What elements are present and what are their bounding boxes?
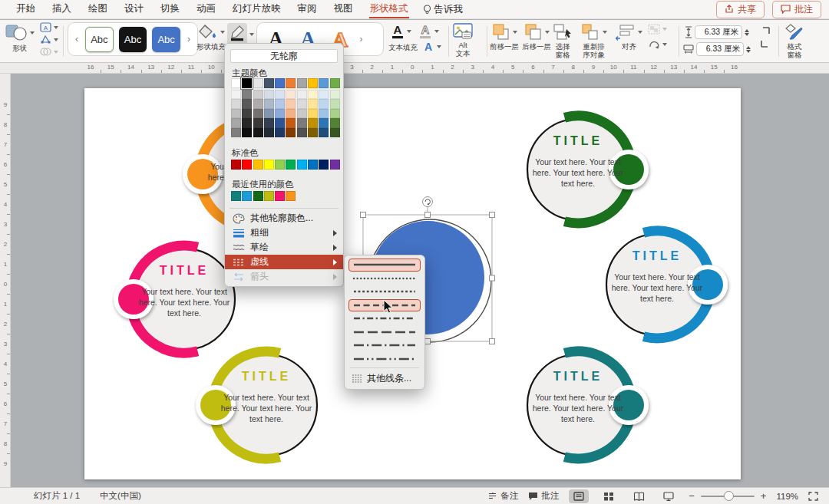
color-swatch[interactable] [319,99,329,108]
color-swatch[interactable] [242,90,252,99]
zoom-slider-thumb[interactable] [724,491,734,501]
color-swatch[interactable] [330,109,340,118]
text-fill-button[interactable]: A [391,23,411,40]
color-swatch[interactable] [264,109,274,118]
color-swatch[interactable] [275,99,285,108]
shape-fill-button[interactable]: 形状填充 [197,23,226,51]
infographic-item-teal[interactable]: TITLE Your text here. Your text here. Yo… [501,328,655,482]
color-swatch[interactable] [286,191,296,201]
shapes-button[interactable]: 形状 [5,23,35,53]
wordart-next-button[interactable]: › [358,34,365,44]
color-swatch[interactable] [242,128,252,137]
zoom-slider[interactable] [701,496,755,497]
menu-item-dashes[interactable]: 虚线 [225,255,343,269]
color-swatch[interactable] [308,99,318,108]
color-swatch[interactable] [231,160,241,170]
color-swatch[interactable] [264,160,274,170]
color-swatch[interactable] [264,90,274,99]
color-swatch[interactable] [264,78,274,88]
color-swatch[interactable] [330,78,340,88]
resize-handle-se[interactable] [490,339,495,344]
shape-height-field[interactable]: 6.33 厘米 [695,25,742,39]
color-swatch[interactable] [231,118,241,127]
color-swatch[interactable] [264,118,274,127]
more-lines-option[interactable]: 其他线条... [348,371,421,386]
menu-item-sketch[interactable]: 草绘 [225,240,343,255]
color-swatch[interactable] [253,109,263,118]
resize-handle-n[interactable] [425,212,431,218]
shape-width-field[interactable]: 6.33 厘米 [696,42,744,56]
resize-handle-e[interactable] [490,275,495,281]
slide-sorter-view-button[interactable] [599,489,619,503]
menu-tab-insert[interactable]: 插入 [44,0,80,19]
selection-pane-button[interactable]: 选择 窗格 [553,23,573,60]
color-swatch[interactable] [275,191,285,201]
color-swatch[interactable] [242,191,252,201]
menu-item-weight[interactable]: 粗细 [225,226,343,240]
color-swatch[interactable] [308,128,318,137]
gallery-next-button[interactable]: › [186,34,192,44]
color-swatch[interactable] [297,109,307,118]
color-swatch[interactable] [330,99,340,108]
color-swatch[interactable] [253,99,263,108]
normal-view-button[interactable] [569,489,589,503]
color-swatch[interactable] [253,118,263,127]
color-swatch[interactable] [286,118,296,127]
color-swatch[interactable] [253,90,263,99]
menu-tab-view[interactable]: 视图 [325,0,362,19]
color-swatch[interactable] [275,90,285,99]
zoom-in-button[interactable]: + [761,490,767,502]
format-pane-button[interactable]: 格式 窗格 [784,23,804,60]
rotation-handle[interactable] [423,197,433,207]
color-swatch[interactable] [275,160,285,170]
color-swatch[interactable] [264,191,274,201]
color-swatch[interactable] [231,99,241,108]
no-outline-option[interactable]: 无轮廓 [230,49,338,63]
reading-view-button[interactable] [629,489,649,503]
color-swatch[interactable] [297,90,307,99]
color-swatch[interactable] [242,109,252,118]
dash-option-round-dot[interactable] [348,272,421,285]
reorder-objects-button[interactable]: 重新排 序对象 [580,23,607,60]
color-swatch[interactable] [275,78,285,88]
color-swatch[interactable] [308,109,318,118]
color-swatch[interactable] [253,191,263,201]
menu-tab-tell-me[interactable]: 告诉我 [417,3,470,16]
color-swatch[interactable] [231,109,241,118]
shape-style-option-1[interactable]: Abc [85,27,114,52]
dash-option-long-dash-dot[interactable] [348,339,421,352]
menu-item-arrows[interactable]: 箭头 [225,269,343,284]
color-swatch[interactable] [275,109,285,118]
dash-option-solid[interactable] [348,259,421,272]
send-backward-button[interactable]: 后移一层 [522,23,551,51]
height-stepper[interactable] [745,29,749,36]
language-indicator[interactable]: 中文(中国) [100,490,141,502]
group-objects-button[interactable] [648,24,667,35]
rotate-button[interactable] [648,39,667,50]
color-swatch[interactable] [297,118,307,127]
color-swatch[interactable] [319,118,329,127]
color-swatch[interactable] [319,78,329,88]
color-swatch[interactable] [253,128,263,137]
edit-shape-button[interactable] [40,35,58,44]
menu-tab-shape-format[interactable]: 形状格式 [362,0,417,19]
color-swatch[interactable] [319,160,329,170]
color-swatch[interactable] [308,118,318,127]
color-swatch[interactable] [297,128,307,137]
gallery-prev-button[interactable]: ‹ [74,34,80,44]
menu-tab-draw[interactable]: 绘图 [80,0,116,19]
color-swatch[interactable] [242,78,252,88]
color-swatch[interactable] [286,128,296,137]
text-outline-button[interactable]: A [418,23,439,40]
share-button[interactable]: 共享 [716,1,765,18]
color-swatch[interactable] [231,78,241,88]
menu-tab-slideshow[interactable]: 幻灯片放映 [224,0,289,19]
text-box-button[interactable]: A [40,22,58,32]
menu-item-more-outline-colors[interactable]: 其他轮廓颜色... [225,211,343,226]
text-effects-button[interactable]: A [422,41,441,53]
color-swatch[interactable] [297,78,307,88]
menu-tab-home[interactable]: 开始 [8,0,44,19]
comments-toggle[interactable]: 批注 [528,490,559,502]
color-swatch[interactable] [297,99,307,108]
align-button[interactable]: 对齐 [616,23,642,51]
